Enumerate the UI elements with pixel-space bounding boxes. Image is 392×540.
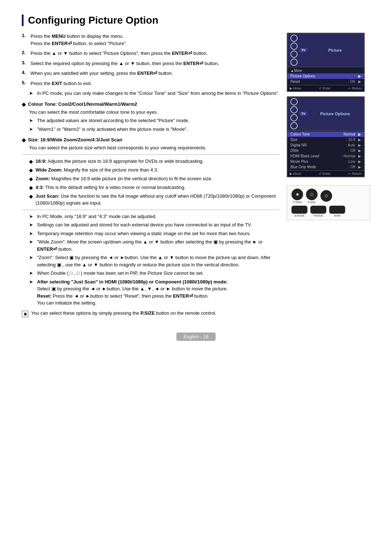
bullet-43: ◆ 4:3: This is the default setting for a…	[29, 184, 279, 192]
step-2-text: Press the ▲ or ▼ button to select "Pictu…	[30, 50, 279, 57]
tv-menu-2-footer-move: ▶ Move	[290, 172, 301, 176]
section-size-title: Size: 16:9/Wide Zoom/Zoom/4:3/Just Scan	[28, 137, 122, 143]
remote-label-ttxmix: TTXMIX	[293, 201, 302, 203]
tv-icon-circle-3	[290, 51, 298, 58]
tv-icon-circle-5	[290, 98, 298, 105]
diamond-icon-1: ◆	[22, 101, 26, 107]
tv-menu-2-row-dnr: Digital NR : Auto ▶	[287, 142, 364, 148]
tv-menu-picture-options: TV Picture Options Colour Tone Normal ▶ …	[287, 96, 365, 177]
tv-menu-1-footer-return: ↩ Return	[348, 86, 362, 90]
remote-label-hdmi: HDMI	[334, 214, 340, 217]
tv-menu-2-header: TV Picture Options	[287, 97, 364, 131]
tv-row-colour-label: Colour Tone	[290, 132, 310, 136]
bullet-dot-5: ◆	[29, 193, 33, 207]
note-settings: ➤ Settings can be adjusted and stored fo…	[29, 221, 279, 229]
remote-btn-wrap-emode: E.MODE	[291, 206, 307, 217]
arrow-icon-9: ➤	[29, 270, 35, 277]
step-4-text: When you are satisfied with your setting…	[30, 70, 279, 77]
note-retention: ➤ Temporary image retention may occur wh…	[29, 230, 279, 237]
bullet-zoom: ◆ Zoom: Magnifies the 16:9 wide picture …	[29, 175, 279, 183]
tv-menu-2-footer-enter: ⏎ Enter	[319, 172, 330, 176]
colour-tone-note-1-text: The adjusted values are stored according…	[37, 117, 279, 124]
page-title-wrapper: Configuring Picture Option	[22, 15, 370, 26]
tv-row-reset-value: : OK ▶	[348, 80, 361, 84]
step-1: 1. Press the MENU button to display the …	[22, 33, 279, 47]
step-5-note-text: In PC mode, you can only make changes to…	[37, 90, 279, 97]
tv-menu-2-row-blue: Blue Only Mode : Off ▶	[287, 164, 364, 170]
tv-menu-2-row-colour: Colour Tone Normal ▶	[287, 132, 364, 137]
main-content: 1. Press the MENU button to display the …	[22, 33, 370, 319]
tv-row-options-label: Picture Options	[290, 74, 315, 78]
remote-btn-wrap-hdmi: HDMI	[329, 206, 345, 217]
tv-row-blue-value: : Off ▶	[348, 165, 361, 169]
step-4-num: 4.	[22, 70, 28, 77]
remote-btn-hdmi	[329, 206, 345, 214]
tv-row-size-value: : 16:9 ▶	[346, 138, 361, 142]
page-footer: English - 18	[22, 330, 370, 343]
tv-row-blue-label: Blue Only Mode	[290, 165, 316, 169]
tv-row-movie-label: Movie Plus	[290, 160, 308, 164]
tv-icon-wrap-1	[290, 35, 298, 66]
tv-row-more-label: ▲More	[290, 69, 302, 73]
step-1-text: Press the MENU button to display the men…	[30, 33, 279, 47]
step-3: 3. Select the required option by pressin…	[22, 60, 279, 67]
remote-btn-wrap-ttxmix: ▣ TTXMIX	[291, 189, 303, 203]
note-zoom-text: "Zoom": Select ▣ by pressing the ◄ or ►b…	[37, 254, 279, 268]
tv-menu-1-header: TV Picture	[287, 33, 364, 67]
note-double-mode-text: When Double ( □ , □ ) mode has been set …	[37, 270, 279, 277]
bottom-note-text: You can select these options by simply p…	[31, 310, 279, 316]
note-settings-text: Settings can be adjusted and stored for …	[37, 221, 279, 229]
arrow-icon-7: ➤	[29, 238, 35, 253]
tv-row-colour-value: Normal ▶	[343, 132, 361, 136]
bottom-note-block: ▣ You can select these options by simply…	[22, 310, 279, 317]
tv-menu-1-title: Picture	[309, 48, 361, 52]
tv-menu-1-footer: ▶ Move ⏎ Enter ↩ Return	[287, 85, 364, 91]
bullet-wide-zoom: ◆ Wide Zoom: Magnify the size of the pic…	[29, 166, 279, 174]
remote-btn-ttxmix: ▣	[291, 189, 303, 200]
arrow-icon-8: ➤	[29, 254, 35, 268]
tv-icon-circle-8	[290, 122, 298, 129]
section-colour-tone-header: ◆ Colour Tone: Cool2/Cool1/Normal/Warm1/…	[22, 101, 279, 107]
section-colour-tone: ◆ Colour Tone: Cool2/Cool1/Normal/Warm1/…	[22, 101, 279, 133]
bullet-zoom-text: Zoom: Magnifies the 16:9 wide picture (i…	[36, 175, 212, 183]
tv-menu-2-footer-return: ↩ Return	[348, 172, 362, 176]
step-1-num: 1.	[22, 33, 28, 47]
arrow-icon-10: ➤	[29, 278, 35, 307]
tv-menu-1-row-options: Picture Options ▶	[287, 73, 364, 79]
arrow-icon-4: ➤	[29, 213, 35, 220]
arrow-icon-5: ➤	[29, 221, 35, 229]
section-colour-tone-body: You can select the most comfortable colo…	[29, 109, 279, 116]
diamond-icon-2: ◆	[22, 137, 26, 143]
page-title: Configuring Picture Option	[28, 15, 158, 26]
step-5-text: Press the EXIT button to exit.	[30, 80, 279, 87]
tv-menu-2-body: Colour Tone Normal ▶ Size : 16:9 ▶ Digit…	[287, 131, 364, 170]
tv-menu-1-footer-enter: ⏎ Enter	[319, 86, 330, 90]
tv-row-hdmi-label: HDMI Black Level	[290, 154, 319, 158]
remote-mockup: ▣ TTXMIX ◯ P.SIZE ◯ E.MODE	[287, 185, 370, 220]
step-5: 5. Press the EXIT button to exit.	[22, 80, 279, 87]
page-container: Configuring Picture Option 1. Press the …	[22, 15, 370, 343]
tv-row-hdmi-value: : Normal ▶	[342, 154, 361, 158]
tv-menu-2-row-dnie: DNIe : Off ▶	[287, 148, 364, 153]
step-5-note: ➤ In PC mode, you can only make changes …	[29, 90, 279, 97]
bullet-just-scan-text: Just Scan: Use the function to see the f…	[36, 193, 279, 207]
section-size: ◆ Size: 16:9/Wide Zoom/Zoom/4:3/Just Sca…	[22, 137, 279, 152]
bullet-dot-2: ◆	[29, 166, 33, 174]
bullet-169-text: 16:9: Adjusts the picture size to 16:9 a…	[36, 158, 204, 165]
remote-row-2: E.MODE P.MODE HDMI	[291, 206, 345, 217]
bullet-wide-zoom-text: Wide Zoom: Magnify the size of the pictu…	[36, 166, 158, 174]
remote-btn-wrap-psize: ◯ P.SIZE	[306, 189, 318, 203]
note-zoom: ➤ "Zoom": Select ▣ by pressing the ◄ or …	[29, 254, 279, 268]
arrow-icon-3: ➤	[29, 126, 35, 133]
bullet-dot-1: ◆	[29, 158, 33, 165]
arrow-icon-1: ➤	[29, 90, 35, 97]
arrow-icon-6: ➤	[29, 230, 35, 237]
tv-menu-2-row-hdmi: HDMI Black Level : Normal ▶	[287, 153, 364, 159]
tv-icon-circle-2	[290, 43, 298, 50]
step-5-num: 5.	[22, 80, 28, 87]
tv-row-movie-value: : Low ▶	[347, 160, 361, 164]
note-book-icon: ▣	[22, 311, 28, 317]
bullet-dot-4: ◆	[29, 184, 33, 192]
arrow-icon-2: ➤	[29, 117, 35, 124]
section-size-header: ◆ Size: 16:9/Wide Zoom/Zoom/4:3/Just Sca…	[22, 137, 279, 143]
